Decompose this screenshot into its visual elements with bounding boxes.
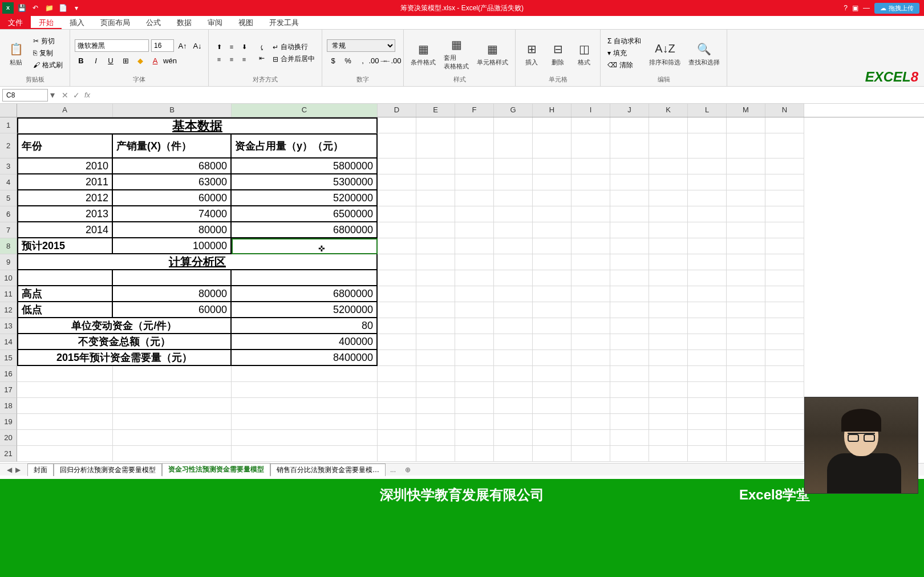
minimize-icon[interactable]: —	[863, 4, 870, 12]
increase-font-icon[interactable]: A↑	[176, 39, 189, 52]
cell-c2[interactable]: 资金占用量（y）（元）	[232, 133, 378, 159]
cell-b7[interactable]: 80000	[113, 222, 232, 238]
name-box[interactable]: C8	[2, 89, 48, 101]
cell-c3[interactable]: 5800000	[232, 159, 378, 174]
row-header-15[interactable]: 15	[0, 350, 17, 366]
cell-a8[interactable]: 预计2015	[17, 238, 113, 254]
row-header-21[interactable]: 21	[0, 446, 17, 462]
cell-b10[interactable]	[113, 270, 232, 286]
cell-c7[interactable]: 6800000	[232, 222, 378, 238]
row-header-7[interactable]: 7	[0, 222, 17, 238]
col-header-g[interactable]: G	[494, 104, 533, 117]
cell-b12[interactable]: 60000	[113, 302, 232, 318]
fill-color-button[interactable]: ◆	[134, 54, 147, 67]
cell-c15[interactable]: 8400000	[232, 350, 378, 366]
new-icon[interactable]: 📄	[57, 2, 68, 14]
upload-button[interactable]: ☁ 拖拽上传	[874, 3, 919, 14]
delete-cells-button[interactable]: ⊟删除	[546, 39, 569, 68]
folder-icon[interactable]: 📁	[43, 2, 55, 14]
col-header-n[interactable]: N	[765, 104, 804, 117]
cell-c13[interactable]: 80	[232, 318, 378, 334]
cell-b3[interactable]: 68000	[113, 159, 232, 174]
font-size-select[interactable]	[151, 39, 174, 52]
cell-a15[interactable]: 2015年预计资金需要量（元）	[17, 350, 232, 366]
italic-button[interactable]: I	[90, 54, 102, 67]
cell-b6[interactable]: 74000	[113, 206, 232, 222]
tab-data[interactable]: 数据	[169, 16, 200, 29]
name-box-dropdown-icon[interactable]: ▾	[50, 90, 57, 100]
tab-formulas[interactable]: 公式	[138, 16, 169, 29]
find-select-button[interactable]: 🔍查找和选择	[686, 39, 722, 68]
cell-a2[interactable]: 年份	[17, 133, 113, 159]
bold-button[interactable]: B	[75, 54, 87, 67]
tab-layout[interactable]: 页面布局	[92, 16, 138, 29]
indent-dec-button[interactable]: ⇤	[257, 54, 267, 63]
cell-c6[interactable]: 6500000	[232, 206, 378, 222]
font-name-select[interactable]	[75, 39, 149, 52]
align-bottom-icon[interactable]: ⬇	[238, 41, 250, 52]
row-header-16[interactable]: 16	[0, 366, 17, 382]
table-format-button[interactable]: ▦套用 表格格式	[441, 34, 471, 72]
sheet-tab-sales-pct[interactable]: 销售百分比法预测资金需要量模…	[270, 464, 386, 476]
confirm-formula-icon[interactable]: ✓	[73, 91, 80, 100]
fx-icon[interactable]: fx	[84, 91, 90, 99]
col-header-j[interactable]: J	[610, 104, 649, 117]
row-header-4[interactable]: 4	[0, 174, 17, 190]
formula-input[interactable]	[95, 89, 924, 101]
col-header-d[interactable]: D	[378, 104, 416, 117]
tab-view[interactable]: 视图	[230, 16, 261, 29]
tab-file[interactable]: 文件	[0, 16, 31, 29]
col-header-l[interactable]: L	[688, 104, 727, 117]
wrap-text-button[interactable]: ↵自动换行	[270, 42, 317, 52]
help-icon[interactable]: ?	[844, 4, 848, 12]
orientation-button[interactable]: ⤹	[257, 43, 267, 52]
copy-button[interactable]: ⎘复制	[31, 48, 65, 59]
currency-button[interactable]: $	[327, 54, 339, 67]
clear-button[interactable]: ⌫清除	[605, 60, 643, 71]
decrease-decimal-button[interactable]: ←.00	[386, 54, 399, 67]
underline-button[interactable]: U	[104, 54, 117, 67]
cell-a3[interactable]: 2010	[17, 159, 113, 174]
sheet-nav-next-icon[interactable]: ▶	[15, 466, 21, 474]
cancel-formula-icon[interactable]: ✕	[62, 91, 68, 100]
undo-icon[interactable]: ↶	[30, 2, 41, 14]
save-icon[interactable]: 💾	[16, 2, 27, 14]
row-header-10[interactable]: 10	[0, 270, 17, 286]
row-header-9[interactable]: 9	[0, 254, 17, 270]
row-header-5[interactable]: 5	[0, 190, 17, 206]
ribbon-toggle-icon[interactable]: ▣	[852, 4, 858, 12]
cell-b2[interactable]: 产销量(X)（件）	[113, 133, 232, 159]
percent-button[interactable]: %	[342, 54, 354, 67]
sheet-tab-cover[interactable]: 封面	[27, 464, 54, 476]
row-header-18[interactable]: 18	[0, 398, 17, 414]
number-format-select[interactable]: 常规	[327, 39, 395, 52]
fill-button[interactable]: ▾填充	[605, 48, 643, 59]
row-header-13[interactable]: 13	[0, 318, 17, 334]
merge-button[interactable]: ⊟合并后居中	[270, 54, 317, 64]
cell-c14[interactable]: 400000	[232, 334, 378, 350]
sort-filter-button[interactable]: A↓Z排序和筛选	[647, 39, 683, 68]
align-middle-icon[interactable]: ≡	[226, 41, 237, 52]
align-right-icon[interactable]: ≡	[238, 54, 250, 65]
sheet-nav-prev-icon[interactable]: ◀	[7, 466, 12, 474]
align-top-icon[interactable]: ⬆	[213, 41, 225, 52]
cells-region[interactable]: 基本数据 年份 产销量(X)（件） 资金占用量（y）（元） 2010680005…	[17, 117, 924, 462]
row-header-17[interactable]: 17	[0, 382, 17, 398]
row-header-2[interactable]: 2	[0, 133, 17, 159]
col-header-c[interactable]: C	[232, 104, 378, 117]
cell-a6[interactable]: 2013	[17, 206, 113, 222]
tab-dev[interactable]: 开发工具	[261, 16, 307, 29]
cell-b5[interactable]: 60000	[113, 190, 232, 206]
row-header-14[interactable]: 14	[0, 334, 17, 350]
format-cells-button[interactable]: ◫格式	[573, 39, 595, 68]
cell-b8[interactable]: 100000	[113, 238, 232, 254]
sheet-add-button[interactable]: ⊕	[400, 466, 415, 474]
cell-a1[interactable]: 基本数据	[17, 117, 378, 133]
cell-c10[interactable]	[232, 270, 378, 286]
cell-a14[interactable]: 不变资金总额（元）	[17, 334, 232, 350]
cell-a10[interactable]	[17, 270, 113, 286]
row-header-6[interactable]: 6	[0, 206, 17, 222]
cell-c8[interactable]	[232, 238, 378, 254]
col-header-a[interactable]: A	[17, 104, 113, 117]
cell-b4[interactable]: 63000	[113, 174, 232, 190]
